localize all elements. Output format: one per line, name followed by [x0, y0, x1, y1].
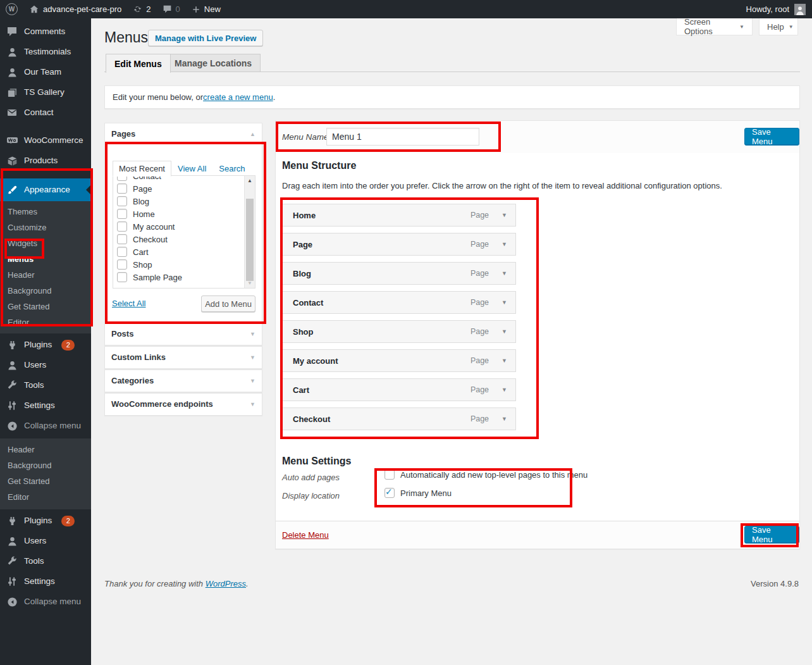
account-menu[interactable]: Howdy, root	[746, 4, 812, 15]
tab-manage-locations[interactable]: Manage Locations	[166, 54, 261, 72]
tab-most-recent[interactable]: Most Recent	[113, 161, 171, 177]
help-button[interactable]: Help ▼	[759, 18, 798, 35]
expand-item-arrow[interactable]: ▼	[501, 328, 507, 335]
menu-item-type: Page	[471, 327, 489, 336]
scrollbar-thumb[interactable]	[246, 199, 254, 281]
save-menu-button-bottom[interactable]: Save Menu	[744, 526, 799, 544]
expand-item-arrow[interactable]: ▼	[501, 416, 507, 422]
checkbox-unchecked[interactable]	[117, 259, 127, 270]
sidebar-item-appearance[interactable]: Appearance	[0, 178, 91, 201]
checkbox-unchecked[interactable]	[117, 272, 127, 282]
posts-panel-header[interactable]: Posts ▼	[105, 323, 262, 344]
page-checkbox-row[interactable]: Cart	[117, 245, 255, 258]
sidebar-item-users[interactable]: Users	[0, 355, 91, 375]
page-checkbox-row[interactable]: Home	[117, 208, 255, 220]
submenu-item-background[interactable]: Background	[0, 458, 91, 474]
menu-item-cart[interactable]: Cart Page▼	[282, 378, 516, 401]
page-checkbox-row[interactable]: Checkout	[117, 233, 255, 245]
sidebar-item-label: TS Gallery	[24, 87, 65, 97]
submenu-item-get-started[interactable]: Get Started	[0, 474, 91, 490]
checkbox-unchecked[interactable]	[117, 234, 127, 244]
sidebar-item-our-team[interactable]: Our Team	[0, 62, 91, 82]
sidebar-item-comments[interactable]: Comments	[0, 22, 91, 42]
delete-menu-link[interactable]: Delete Menu	[282, 530, 329, 540]
menu-item-page[interactable]: Page Page▼	[282, 233, 516, 256]
select-all-link[interactable]: Select All	[112, 295, 145, 312]
submenu-item-header[interactable]: Header	[0, 442, 91, 458]
page-checkbox-row[interactable]: My account	[117, 220, 255, 233]
collapse-menu-button[interactable]: Collapse menu	[0, 592, 91, 612]
wp-logo-menu[interactable]: W	[0, 0, 23, 18]
collapse-menu-button[interactable]: Collapse menu	[0, 416, 91, 436]
submenu-item-customize[interactable]: Customize	[0, 220, 91, 236]
submenu-item-header[interactable]: Header	[0, 268, 91, 283]
scrollbar[interactable]: ▲ ▼	[244, 176, 255, 288]
menu-name-input[interactable]	[326, 128, 479, 146]
checkbox-unchecked[interactable]	[117, 221, 127, 232]
expand-item-arrow[interactable]: ▼	[501, 387, 507, 393]
checkbox-checked[interactable]	[384, 488, 395, 498]
sidebar-item-woocommerce[interactable]: WooCommerce	[0, 130, 91, 151]
submenu-item-editor[interactable]: Editor	[0, 315, 91, 331]
create-new-menu-link[interactable]: create a new menu	[203, 92, 273, 102]
sidebar-item-users[interactable]: Users	[0, 531, 91, 551]
site-link[interactable]: advance-pet-care-pro	[23, 0, 127, 18]
wordpress-link[interactable]: WordPress	[206, 579, 246, 588]
menu-item-my-account[interactable]: My account Page▼	[282, 349, 516, 372]
scroll-down-arrow[interactable]: ▼	[245, 280, 255, 286]
display-location-option[interactable]: Primary Menu	[384, 488, 452, 498]
expand-item-arrow[interactable]: ▼	[501, 270, 507, 277]
submenu-item-editor[interactable]: Editor	[0, 490, 91, 506]
sidebar-item-tools[interactable]: Tools	[0, 375, 91, 395]
custom-links-panel-header[interactable]: Custom Links ▼	[105, 347, 262, 368]
menu-item-shop[interactable]: Shop Page▼	[282, 320, 516, 343]
menu-item-blog[interactable]: Blog Page▼	[282, 262, 516, 285]
scroll-up-arrow[interactable]: ▲	[245, 178, 255, 183]
expand-item-arrow[interactable]: ▼	[501, 299, 507, 306]
checkbox-unchecked[interactable]	[117, 209, 127, 219]
add-to-menu-button[interactable]: Add to Menu	[201, 295, 255, 312]
menu-item-home[interactable]: Home Page▼	[282, 204, 516, 227]
sidebar-item-testimonials[interactable]: Testimonials	[0, 42, 91, 62]
checkbox-unchecked[interactable]	[117, 183, 127, 194]
sidebar-item-plugins[interactable]: Plugins 2	[0, 511, 91, 531]
page-checkbox-row[interactable]: Shop	[117, 258, 255, 271]
checkbox-unchecked[interactable]	[384, 469, 395, 480]
expand-item-arrow[interactable]: ▼	[501, 357, 507, 364]
page-checkbox-row[interactable]: Blog	[117, 195, 255, 208]
sidebar-item-tools[interactable]: Tools	[0, 551, 91, 571]
expand-item-arrow[interactable]: ▼	[501, 241, 507, 247]
pages-panel-header[interactable]: Pages ▲	[105, 123, 262, 144]
submenu-item-themes[interactable]: Themes	[0, 204, 91, 220]
auto-add-pages-option[interactable]: Automatically add new top-level pages to…	[384, 469, 587, 480]
sidebar-item-plugins[interactable]: Plugins 2	[0, 335, 91, 355]
page-checkbox-row[interactable]: Sample Page	[117, 271, 255, 283]
live-preview-button[interactable]: Manage with Live Preview	[148, 30, 263, 46]
tab-edit-menus[interactable]: Edit Menus	[106, 54, 171, 73]
submenu-item-background[interactable]: Background	[0, 283, 91, 299]
sidebar-item-settings[interactable]: Settings	[0, 571, 91, 592]
checkbox-unchecked[interactable]	[117, 247, 127, 257]
sidebar-item-ts-gallery[interactable]: TS Gallery	[0, 82, 91, 103]
submenu-item-menus[interactable]: Menus	[0, 252, 91, 268]
menu-item-contact[interactable]: Contact Page▼	[282, 291, 516, 314]
sidebar-item-products[interactable]: Products	[0, 151, 91, 171]
comments-link[interactable]: 0	[157, 0, 186, 18]
screen-options-button[interactable]: Screen Options ▼	[676, 18, 753, 35]
menu-item-checkout[interactable]: Checkout Page▼	[282, 407, 516, 430]
submenu-item-get-started[interactable]: Get Started	[0, 299, 91, 315]
sidebar-item-settings[interactable]: Settings	[0, 395, 91, 416]
categories-panel-header[interactable]: Categories ▼	[105, 370, 262, 391]
tab-search[interactable]: Search	[212, 161, 251, 176]
page-checkbox-row[interactable]: Page	[117, 182, 255, 195]
new-content-link[interactable]: New	[186, 0, 226, 18]
sidebar-item-contact[interactable]: Contact	[0, 103, 91, 123]
checkbox-unchecked[interactable]	[117, 196, 127, 206]
page-item-label: Shop	[133, 260, 152, 270]
save-menu-button-top[interactable]: Save Menu	[744, 128, 799, 146]
tab-view-all[interactable]: View All	[171, 161, 212, 176]
expand-item-arrow[interactable]: ▼	[501, 212, 507, 218]
woocommerce-endpoints-panel-header[interactable]: WooCommerce endpoints ▼	[105, 394, 262, 414]
updates-link[interactable]: 2	[127, 0, 156, 18]
submenu-item-widgets[interactable]: Widgets	[0, 236, 91, 252]
